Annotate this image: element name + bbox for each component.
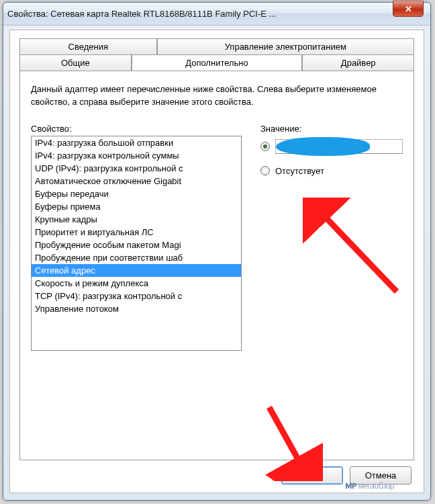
list-item[interactable]: Сетевой адрес bbox=[32, 264, 241, 277]
tab-driver[interactable]: Драйвер bbox=[302, 54, 414, 71]
watermark: ᴍᴘ мегаобзор bbox=[345, 480, 394, 491]
absent-label: Отсутствует bbox=[275, 166, 324, 176]
list-item[interactable]: IPv4: разгрузка большой отправки bbox=[32, 136, 241, 149]
list-item[interactable]: Пробуждение при соответствии шаб bbox=[32, 251, 241, 264]
list-item[interactable]: Приоритет и виртуальная ЛС bbox=[32, 226, 241, 239]
list-item[interactable]: Пробуждение особым пакетом Magi bbox=[32, 239, 241, 251]
tab-general[interactable]: Общие bbox=[19, 54, 132, 71]
tab-advanced[interactable]: Дополнительно bbox=[132, 54, 303, 71]
list-item[interactable]: Буферы приема bbox=[32, 200, 241, 213]
list-item[interactable]: Крупные кадры bbox=[32, 213, 241, 226]
dialog-window: Свойства: Сетевая карта Realtek RTL8168B… bbox=[3, 2, 431, 501]
value-label: Значение: bbox=[260, 124, 403, 134]
list-item[interactable]: TCP (IPv4): разгрузка контрольной с bbox=[32, 290, 241, 302]
property-label: Свойство: bbox=[31, 124, 242, 134]
close-button[interactable]: ✕ bbox=[393, 1, 424, 17]
list-item[interactable]: Буферы передачи bbox=[32, 187, 241, 200]
value-input[interactable] bbox=[275, 139, 403, 154]
client-area: Сведения Управление электропитанием Общи… bbox=[9, 30, 424, 493]
description-text: Данный адаптер имеет перечисленные ниже … bbox=[31, 83, 403, 109]
property-listbox[interactable]: IPv4: разгрузка большой отправкиIPv4: ра… bbox=[31, 136, 242, 351]
window-title: Свойства: Сетевая карта Realtek RTL8168B… bbox=[7, 9, 276, 19]
list-item[interactable]: Скорость и режим дуплекса bbox=[32, 277, 241, 290]
radio-absent[interactable] bbox=[260, 166, 270, 175]
list-item[interactable]: Управление потоком bbox=[32, 302, 241, 315]
ok-button[interactable]: ОК bbox=[281, 466, 343, 485]
radio-value[interactable] bbox=[260, 142, 270, 151]
tab-details[interactable]: Сведения bbox=[19, 38, 157, 54]
redacted-value bbox=[276, 137, 370, 156]
list-item[interactable]: IPv4: разгрузка контрольной суммы bbox=[32, 149, 241, 162]
list-item[interactable]: Автоматическое отключение Gigabit bbox=[32, 175, 241, 187]
close-icon: ✕ bbox=[405, 4, 412, 14]
list-item[interactable]: UDP (IPv4): разгрузка контрольной с bbox=[32, 162, 241, 175]
tab-power[interactable]: Управление электропитанием bbox=[157, 38, 414, 54]
tab-strip: Сведения Управление электропитанием Общи… bbox=[10, 30, 424, 460]
titlebar[interactable]: Свойства: Сетевая карта Realtek RTL8168B… bbox=[3, 3, 430, 26]
tab-panel-advanced: Данный адаптер имеет перечисленные ниже … bbox=[19, 71, 414, 460]
